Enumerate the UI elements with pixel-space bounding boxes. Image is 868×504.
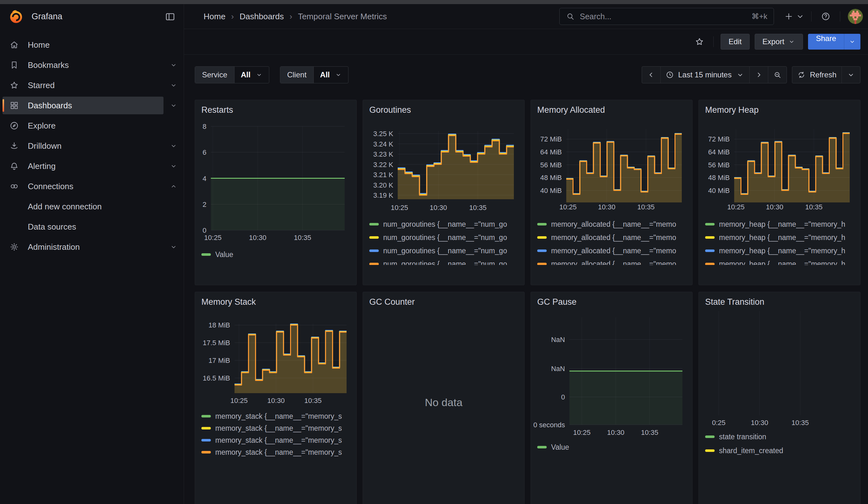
legend-item[interactable]: shard_item_created [705, 444, 857, 457]
time-shift-back-button[interactable] [642, 66, 660, 83]
sidebar-item-label: Connections [28, 182, 74, 192]
sidebar-item-label: Explore [28, 121, 55, 131]
refresh-button[interactable]: Refresh [792, 66, 841, 83]
star-icon [695, 37, 704, 47]
svg-text:10:25: 10:25 [727, 203, 745, 211]
panel-title[interactable]: Goroutines [369, 105, 411, 115]
chevron-down-icon [256, 71, 262, 78]
legend-label: memory_allocated {__name__="memo [551, 247, 676, 255]
export-button[interactable]: Export [755, 34, 803, 50]
panel-title[interactable]: Memory Allocated [537, 105, 605, 115]
filter-value-dropdown[interactable]: All [234, 66, 269, 83]
panel-title[interactable]: Restarts [202, 105, 233, 115]
gear-icon [9, 242, 19, 252]
chevron-down-icon [795, 12, 802, 21]
sidebar-item-connections[interactable]: Connections [2, 177, 184, 195]
edit-button[interactable]: Edit [721, 34, 749, 50]
legend-item[interactable]: memory_stack {__name__="memory_s [202, 422, 353, 434]
chevron-down-icon[interactable] [170, 243, 177, 251]
breadcrumb-item-home[interactable]: Home [204, 12, 225, 21]
sidebar-item-drilldown[interactable]: Drilldown [2, 137, 184, 155]
legend-item[interactable]: memory_heap {__name__="memory_h [705, 257, 857, 265]
svg-text:6: 6 [203, 148, 206, 156]
legend-swatch [705, 263, 715, 265]
legend-item[interactable]: memory_stack {__name__="memory_s [202, 446, 353, 458]
share-button[interactable]: Share [808, 34, 844, 50]
legend-item[interactable]: memory_allocated {__name__="memo [537, 257, 689, 265]
search-input[interactable] [580, 12, 746, 21]
panel-title[interactable]: GC Pause [537, 297, 577, 307]
chevron-up-icon[interactable] [170, 183, 177, 190]
sidebar-item-bookmarks[interactable]: Bookmarks [2, 56, 184, 74]
chevron-down-icon[interactable] [170, 102, 177, 109]
panel-title[interactable]: State Transition [705, 297, 764, 307]
new-menu-button[interactable] [782, 10, 804, 23]
svg-text:10:25: 10:25 [230, 397, 248, 404]
connections-icon [9, 182, 19, 191]
avatar[interactable] [848, 9, 863, 24]
filter-service: ServiceAll [195, 66, 269, 83]
sidebar-item-label: Add new connection [28, 202, 102, 212]
filter-label: Client [280, 66, 313, 83]
refresh-interval-button[interactable] [841, 66, 860, 83]
sidebar-item-dashboards[interactable]: Dashboards [2, 96, 184, 114]
legend-item[interactable]: Value [202, 248, 353, 261]
panel-title[interactable]: Memory Heap [705, 105, 759, 115]
chevron-down-icon[interactable] [170, 162, 177, 170]
sidebar-item-label: Bookmarks [28, 60, 69, 70]
sidebar-item-label: Data sources [28, 222, 76, 232]
chevron-down-icon[interactable] [170, 142, 177, 150]
filter-value-dropdown[interactable]: All [313, 66, 348, 83]
legend-label: num_goroutines {__name__="num_go [383, 220, 507, 229]
legend-item[interactable]: memory_heap {__name__="memory_h [705, 231, 857, 244]
panel-title[interactable]: GC Counter [369, 297, 415, 307]
legend-item[interactable]: memory_stack {__name__="memory_s [202, 410, 353, 422]
bell-icon [9, 161, 19, 171]
time-range-picker[interactable]: Last 15 minutes [660, 66, 749, 83]
plus-icon [784, 12, 794, 21]
legend-label: memory_allocated {__name__="memo [551, 220, 676, 229]
legend-item[interactable]: Value [537, 441, 689, 454]
svg-text:0:25: 0:25 [712, 419, 726, 426]
legend-item[interactable]: memory_heap {__name__="memory_h [705, 218, 857, 231]
favorite-button[interactable] [693, 35, 706, 49]
sidebar: Grafana HomeBookmarksStarredDashboardsEx… [0, 4, 184, 504]
chart-gc-pause[interactable]: NaNNaN00 seconds10:2510:3010:35 [531, 292, 693, 504]
help-button[interactable] [819, 10, 832, 23]
legend-swatch [202, 451, 211, 453]
chevron-down-icon[interactable] [170, 81, 177, 89]
legend-item[interactable]: num_goroutines {__name__="num_go [369, 257, 521, 265]
sidebar-item-label: Administration [28, 242, 80, 252]
legend-item[interactable]: memory_allocated {__name__="memo [537, 244, 689, 257]
sidebar-item-data-sources[interactable]: Data sources [2, 218, 184, 236]
time-shift-forward-button[interactable] [749, 66, 768, 83]
share-menu-button[interactable] [844, 34, 860, 50]
sidebar-item-administration[interactable]: Administration [2, 238, 184, 256]
panel-legend: state transitionshard_item_created [705, 430, 857, 457]
legend-item[interactable]: num_goroutines {__name__="num_go [369, 218, 521, 231]
sidebar-item-explore[interactable]: Explore [2, 117, 184, 134]
chart-state-transition[interactable]: 0:2510:3010:35 [699, 292, 860, 504]
sidebar-item-add-new-connection[interactable]: Add new connection [2, 198, 184, 215]
sidebar-item-home[interactable]: Home [2, 36, 184, 54]
sidebar-item-alerting[interactable]: Alerting [2, 157, 184, 175]
search-box[interactable]: ⌘+k [559, 8, 774, 25]
legend-item[interactable]: state transition [705, 430, 857, 444]
legend-item[interactable]: num_goroutines {__name__="num_go [369, 231, 521, 244]
dock-sidebar-icon[interactable] [165, 11, 175, 22]
svg-text:10:30: 10:30 [607, 429, 624, 436]
breadcrumb-item-dashboards[interactable]: Dashboards [240, 12, 284, 21]
legend-item[interactable]: memory_heap {__name__="memory_h [705, 244, 857, 257]
chevron-down-icon[interactable] [170, 61, 177, 69]
legend-item[interactable]: num_goroutines {__name__="num_go [369, 244, 521, 257]
legend-item[interactable]: memory_stack {__name__="memory_s [202, 434, 353, 446]
legend-item[interactable]: memory_allocated {__name__="memo [537, 231, 689, 244]
panel-title[interactable]: Memory Stack [202, 297, 256, 307]
zoom-out-button[interactable] [768, 66, 787, 83]
export-label: Export [763, 37, 784, 46]
sidebar-item-label: Starred [28, 81, 55, 90]
sidebar-item-starred[interactable]: Starred [2, 76, 184, 94]
header-divider [811, 11, 812, 21]
legend-item[interactable]: memory_allocated {__name__="memo [537, 218, 689, 231]
chart-memory-stack[interactable]: 18 MiB17.5 MiB17 MiB16.5 MiB10:2510:3010… [195, 292, 356, 504]
